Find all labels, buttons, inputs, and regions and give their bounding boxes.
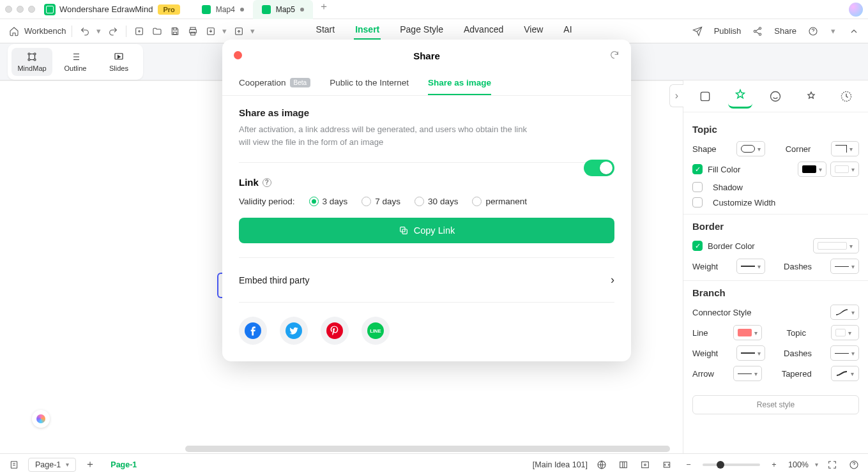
home-icon[interactable]: [6, 24, 22, 39]
view-fit-icon[interactable]: [659, 457, 674, 472]
link-label: Link: [239, 177, 259, 188]
add-page-button[interactable]: ＋: [82, 457, 98, 472]
open-file-icon[interactable]: [149, 24, 165, 39]
label-branch-dashes: Dashes: [784, 349, 812, 358]
connector-style-picker[interactable]: ▾: [830, 305, 859, 320]
shape-picker[interactable]: ▾: [736, 141, 765, 156]
branch-dashes-picker[interactable]: ▾: [830, 345, 859, 361]
help-dropdown-icon[interactable]: ▾: [830, 24, 837, 39]
save-icon[interactable]: [167, 24, 183, 39]
view-columns-icon[interactable]: [616, 457, 631, 472]
menu-view[interactable]: View: [522, 22, 544, 40]
redo-icon[interactable]: [105, 24, 121, 39]
collapse-ribbon-icon[interactable]: [846, 24, 862, 39]
tab-public[interactable]: Public to the Internet: [330, 72, 409, 95]
topic-color-picker[interactable]: ▾: [831, 325, 859, 340]
arrow-picker[interactable]: ▾: [733, 366, 762, 381]
share-icon[interactable]: [750, 24, 765, 39]
fullscreen-icon[interactable]: [825, 457, 840, 472]
tapered-picker[interactable]: ▾: [831, 366, 859, 381]
share-twitter-button[interactable]: [280, 317, 308, 345]
export-dropdown-icon[interactable]: ▾: [249, 24, 257, 39]
unsaved-dot-icon: [300, 8, 304, 11]
tab-clipart-icon[interactable]: [799, 84, 823, 109]
print-icon[interactable]: [185, 24, 201, 39]
share-pinterest-button[interactable]: [321, 317, 349, 345]
menu-page-style[interactable]: Page Style: [399, 22, 445, 40]
menu-advanced[interactable]: Advanced: [462, 22, 505, 40]
import-icon[interactable]: [203, 24, 218, 39]
page-tab[interactable]: Page-1: [104, 460, 143, 469]
modal-refresh-icon[interactable]: [609, 50, 620, 63]
zoom-slider[interactable]: [703, 464, 760, 466]
minimize-window-icon[interactable]: [17, 6, 24, 13]
checkbox-customize-width[interactable]: [692, 197, 703, 207]
export-icon[interactable]: [231, 24, 247, 39]
tab-share-image[interactable]: Share as image: [428, 72, 491, 95]
import-dropdown-icon[interactable]: ▾: [221, 24, 229, 39]
link-help-icon[interactable]: ?: [263, 178, 271, 187]
checkbox-border-color[interactable]: [692, 241, 703, 251]
link-section-title: Link?: [239, 177, 614, 188]
validity-3days[interactable]: 3 days: [309, 197, 348, 206]
copy-link-button[interactable]: Copy Link: [239, 218, 614, 243]
panel-collapse-button[interactable]: ›: [669, 84, 683, 107]
menu-start[interactable]: Start: [315, 22, 337, 40]
publish-label[interactable]: Publish: [714, 26, 742, 36]
doc-tab-map5[interactable]: Map5: [253, 0, 313, 19]
tab-emoji-icon[interactable]: [763, 84, 788, 109]
zoom-out-button[interactable]: −: [681, 457, 696, 472]
tab-history-icon[interactable]: [834, 84, 858, 109]
checkbox-fill-color[interactable]: [692, 164, 703, 174]
share-label[interactable]: Share: [774, 26, 796, 36]
embed-third-party[interactable]: Embed third party ›: [239, 272, 614, 288]
view-mindmap[interactable]: MindMap: [11, 48, 52, 76]
line-color-picker[interactable]: ▾: [733, 325, 762, 340]
doc-tab-map4[interactable]: Map4: [193, 0, 253, 19]
checkbox-shadow[interactable]: [692, 182, 703, 192]
view-label: Outline: [65, 64, 87, 72]
fill-gradient-picker[interactable]: ▾: [830, 162, 859, 177]
branch-weight-picker[interactable]: ▾: [736, 345, 765, 361]
maximize-window-icon[interactable]: [28, 6, 35, 13]
reset-style-button[interactable]: Reset style: [692, 395, 859, 414]
tab-layout-icon[interactable]: [693, 84, 717, 109]
page-selector[interactable]: Page-1▾: [28, 458, 76, 472]
view-outline[interactable]: Outline: [55, 48, 96, 76]
share-image-toggle[interactable]: [584, 160, 614, 176]
zoom-dropdown-icon[interactable]: ▾: [815, 461, 818, 468]
undo-icon[interactable]: [77, 24, 93, 39]
corner-picker[interactable]: ▾: [831, 141, 859, 156]
help-icon[interactable]: [805, 24, 821, 39]
menu-ai[interactable]: AI: [562, 22, 573, 40]
new-file-icon[interactable]: [132, 24, 147, 39]
help-footer-icon[interactable]: [846, 457, 862, 472]
view-center-icon[interactable]: [637, 457, 653, 472]
zoom-in-button[interactable]: +: [766, 457, 782, 472]
validity-7days[interactable]: 7 days: [362, 197, 400, 206]
user-avatar[interactable]: [849, 3, 863, 17]
close-window-icon[interactable]: [5, 6, 12, 13]
zoom-thumb[interactable]: [717, 461, 724, 469]
ai-fab-button[interactable]: [32, 410, 50, 428]
share-line-button[interactable]: LINE: [362, 317, 390, 345]
undo-dropdown-icon[interactable]: ▾: [95, 24, 103, 39]
new-tab-button[interactable]: ＋: [317, 0, 331, 14]
tab-style-icon[interactable]: [728, 84, 752, 109]
page-list-icon[interactable]: [6, 457, 22, 472]
tab-cooperation[interactable]: CooperationBeta: [239, 72, 310, 95]
workbench-label[interactable]: Workbench: [24, 26, 66, 36]
view-globe-icon[interactable]: [594, 457, 609, 472]
border-color-picker[interactable]: ▾: [813, 238, 859, 253]
modal-close-button[interactable]: [234, 51, 242, 59]
publish-icon[interactable]: [690, 24, 705, 39]
border-dashes-picker[interactable]: ▾: [830, 259, 859, 274]
app-logo-icon: [44, 4, 56, 15]
border-weight-picker[interactable]: ▾: [736, 259, 765, 274]
view-slides[interactable]: Slides: [98, 48, 139, 76]
fill-color-picker[interactable]: ▾: [798, 162, 826, 177]
share-facebook-button[interactable]: [239, 317, 267, 345]
menu-insert[interactable]: Insert: [354, 22, 381, 40]
validity-permanent[interactable]: permanent: [472, 197, 527, 206]
validity-30days[interactable]: 30 days: [415, 197, 458, 206]
